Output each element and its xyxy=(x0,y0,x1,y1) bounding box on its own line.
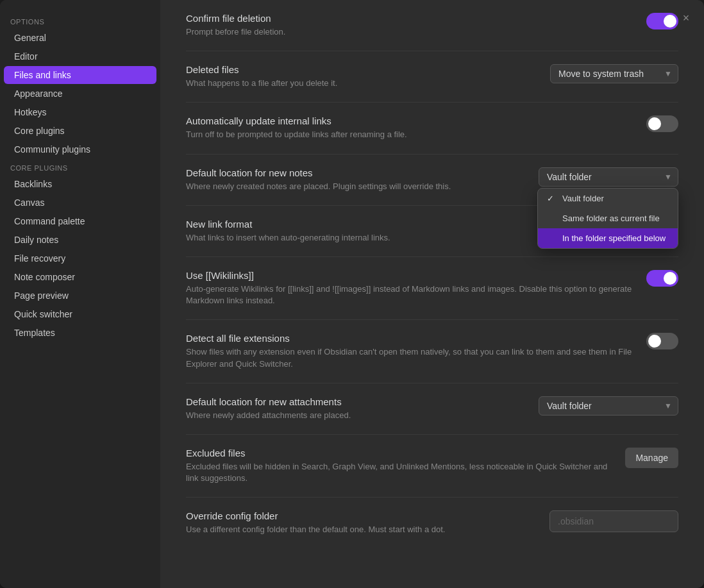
detect-extensions-control xyxy=(646,333,678,349)
confirm-file-deletion-control xyxy=(646,13,678,29)
vault-folder-label: Vault folder xyxy=(562,194,604,203)
detect-extensions-desc: Show files with any extension even if Ob… xyxy=(186,346,633,369)
auto-update-links-text: Automatically update internal links Turn… xyxy=(186,115,633,140)
override-config-desc: Use a different config folder than the d… xyxy=(186,524,537,535)
vault-folder-check: ✓ xyxy=(547,194,557,203)
settings-modal: × Options General Editor Files and links… xyxy=(0,0,704,588)
default-location-dropdown[interactable]: Vault folder Same folder as current file… xyxy=(539,167,678,187)
auto-update-links-desc: Turn off to be prompted to update links … xyxy=(186,129,633,140)
confirm-file-deletion-toggle[interactable] xyxy=(646,13,678,29)
confirm-file-deletion-text: Confirm file deletion Prompt before file… xyxy=(186,13,633,38)
sidebar-item-backlinks[interactable]: Backlinks xyxy=(4,175,156,193)
default-attachments-title: Default location for new attachments xyxy=(186,396,526,407)
specified-folder-label: In the folder specified below xyxy=(562,233,666,243)
default-attachments-dropdown[interactable]: Vault folder Same folder as current file… xyxy=(539,396,678,416)
excluded-files-text: Excluded files Excluded files will be hi… xyxy=(186,448,612,484)
new-link-format-text: New link format What links to insert whe… xyxy=(186,219,524,244)
core-plugins-section-label: Core plugins xyxy=(0,159,160,174)
deleted-files-control: Move to system trash Move to Obsidian tr… xyxy=(550,64,678,83)
deleted-files-text: Deleted files What happens to a file aft… xyxy=(186,64,537,89)
deleted-files-desc: What happens to a file after you delete … xyxy=(186,78,537,89)
default-attachments-group: Default location for new attachments Whe… xyxy=(186,383,678,435)
excluded-files-title: Excluded files xyxy=(186,448,612,458)
use-wikilinks-toggle[interactable] xyxy=(646,270,678,287)
default-location-group: Default location for new notes Where new… xyxy=(186,155,678,206)
main-content: Confirm file deletion Prompt before file… xyxy=(160,0,704,588)
use-wikilinks-control xyxy=(646,270,678,287)
options-section-label: Options xyxy=(0,13,160,28)
location-dropdown-menu: ✓ Vault folder Same folder as current fi… xyxy=(537,188,678,249)
auto-update-links-toggle[interactable] xyxy=(646,115,678,132)
excluded-files-group: Excluded files Excluded files will be hi… xyxy=(186,435,678,498)
default-location-text: Default location for new notes Where new… xyxy=(186,167,526,192)
default-location-dropdown-wrapper: Vault folder Same folder as current file… xyxy=(539,167,678,187)
excluded-files-control: Manage xyxy=(625,448,678,468)
manage-excluded-files-button[interactable]: Manage xyxy=(625,448,678,468)
sidebar-item-editor[interactable]: Editor xyxy=(4,47,156,65)
auto-update-links-title: Automatically update internal links xyxy=(186,115,633,126)
sidebar-item-core-plugins[interactable]: Core plugins xyxy=(4,122,156,140)
confirm-file-deletion-group: Confirm file deletion Prompt before file… xyxy=(186,0,678,51)
detect-extensions-text: Detect all file extensions Show files wi… xyxy=(186,333,633,369)
specified-folder-option[interactable]: In the folder specified below xyxy=(538,228,678,248)
override-config-text: Override config folder Use a different c… xyxy=(186,510,537,535)
sidebar: Options General Editor Files and links A… xyxy=(0,0,160,588)
same-folder-label: Same folder as current file xyxy=(562,214,660,223)
sidebar-item-command-palette[interactable]: Command palette xyxy=(4,212,156,230)
sidebar-item-appearance[interactable]: Appearance xyxy=(4,85,156,103)
close-button[interactable]: × xyxy=(677,9,695,27)
sidebar-item-canvas[interactable]: Canvas xyxy=(4,194,156,212)
sidebar-item-files-and-links[interactable]: Files and links xyxy=(4,66,156,84)
vault-folder-option[interactable]: ✓ Vault folder xyxy=(538,189,678,208)
confirm-file-deletion-title: Confirm file deletion xyxy=(186,13,633,24)
use-wikilinks-text: Use [[Wikilinks]] Auto-generate Wikilink… xyxy=(186,270,633,307)
sidebar-item-page-preview[interactable]: Page preview xyxy=(4,287,156,305)
deleted-files-title: Deleted files xyxy=(186,64,537,75)
default-location-title: Default location for new notes xyxy=(186,167,526,178)
new-link-format-desc: What links to insert when auto-generatin… xyxy=(186,232,524,244)
sidebar-item-quick-switcher[interactable]: Quick switcher xyxy=(4,305,156,323)
confirm-file-deletion-desc: Prompt before file deletion. xyxy=(186,26,633,38)
override-config-title: Override config folder xyxy=(186,510,537,521)
default-attachments-dropdown-wrapper: Vault folder Same folder as current file… xyxy=(539,396,678,416)
detect-extensions-group: Detect all file extensions Show files wi… xyxy=(186,320,678,383)
detect-extensions-title: Detect all file extensions xyxy=(186,333,633,344)
excluded-files-desc: Excluded files will be hidden in Search,… xyxy=(186,461,612,484)
auto-update-links-control xyxy=(646,115,678,132)
sidebar-item-note-composer[interactable]: Note composer xyxy=(4,268,156,286)
use-wikilinks-desc: Auto-generate Wikilinks for [[links]] an… xyxy=(186,283,633,307)
default-location-control: Vault folder Same folder as current file… xyxy=(539,167,678,187)
deleted-files-group: Deleted files What happens to a file aft… xyxy=(186,51,678,103)
default-attachments-text: Default location for new attachments Whe… xyxy=(186,396,526,421)
override-config-input[interactable] xyxy=(549,510,678,532)
sidebar-item-general[interactable]: General xyxy=(4,29,156,47)
deleted-files-dropdown[interactable]: Move to system trash Move to Obsidian tr… xyxy=(550,64,678,83)
sidebar-item-templates[interactable]: Templates xyxy=(4,324,156,342)
auto-update-links-group: Automatically update internal links Turn… xyxy=(186,103,678,154)
use-wikilinks-title: Use [[Wikilinks]] xyxy=(186,270,633,281)
sidebar-item-file-recovery[interactable]: File recovery xyxy=(4,249,156,267)
default-location-desc: Where newly created notes are placed. Pl… xyxy=(186,181,526,192)
new-link-format-title: New link format xyxy=(186,219,524,230)
override-config-control xyxy=(549,510,678,532)
default-attachments-desc: Where newly added attachments are placed… xyxy=(186,410,526,421)
detect-extensions-toggle[interactable] xyxy=(646,333,678,349)
same-folder-option[interactable]: Same folder as current file xyxy=(538,208,678,228)
default-attachments-control: Vault folder Same folder as current file… xyxy=(539,396,678,416)
use-wikilinks-group: Use [[Wikilinks]] Auto-generate Wikilink… xyxy=(186,257,678,320)
sidebar-item-hotkeys[interactable]: Hotkeys xyxy=(4,103,156,121)
deleted-files-dropdown-wrapper: Move to system trash Move to Obsidian tr… xyxy=(550,64,678,83)
sidebar-item-community-plugins[interactable]: Community plugins xyxy=(4,140,156,158)
override-config-group: Override config folder Use a different c… xyxy=(186,498,678,548)
sidebar-item-daily-notes[interactable]: Daily notes xyxy=(4,231,156,249)
